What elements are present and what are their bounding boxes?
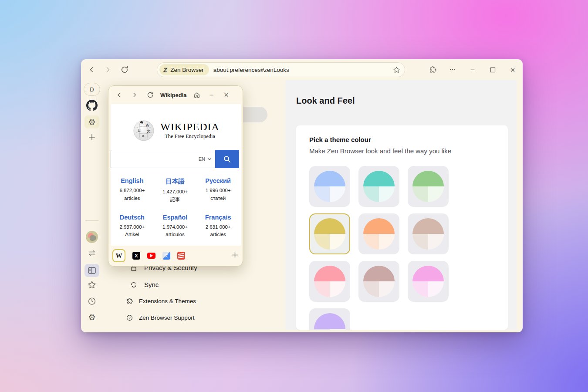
settings-button[interactable]: ⚙ (88, 313, 95, 321)
theme-swatch-teal[interactable] (358, 166, 399, 207)
wiki-language-link[interactable]: Español (154, 214, 197, 221)
glance-forward-button[interactable] (129, 89, 140, 101)
glance-back-button[interactable] (113, 89, 125, 101)
glance-add-tab-button[interactable] (231, 251, 239, 260)
menu-label: Extensions & Themes (139, 298, 196, 304)
wiki-language-link[interactable]: 日本語 (154, 177, 197, 186)
wiki-language-link[interactable]: English (111, 177, 154, 184)
settings-menu-item-support[interactable]: ? Zen Browser Support (125, 314, 195, 321)
svg-text:文: 文 (147, 129, 150, 133)
back-button[interactable] (85, 63, 98, 76)
glance-close-button[interactable]: × (221, 89, 232, 101)
glance-minimize-button[interactable]: − (206, 89, 217, 101)
zen-logo-icon: Z (163, 67, 168, 73)
theme-swatch-tan[interactable] (408, 213, 449, 254)
wiki-language-link[interactable]: Deutsch (111, 214, 154, 221)
wiki-language-cell: Русский1 996 000+статей (196, 177, 240, 204)
extensions-button[interactable] (426, 63, 439, 76)
chevron-down-icon (207, 158, 212, 161)
bookmarks-button[interactable] (88, 280, 96, 289)
wiki-language-count: 1,427,000+記事 (154, 188, 197, 204)
puzzle-icon (429, 66, 436, 74)
reload-button[interactable] (118, 63, 131, 76)
clock-icon (88, 297, 96, 305)
tab-todoist[interactable] (177, 252, 185, 260)
maximize-icon (490, 67, 496, 73)
workspace-profile-button[interactable]: D (84, 83, 100, 96)
toggle-sidebar-button[interactable] (84, 264, 99, 277)
theme-pie-tan (412, 218, 444, 250)
help-icon: ? (125, 314, 133, 321)
toolbar-right-cluster: − × (426, 63, 519, 76)
history-button[interactable] (88, 297, 96, 305)
theme-pie-orange (363, 218, 395, 250)
url-bar[interactable]: Z Zen Browser about:preferences#zenLooks (157, 62, 405, 77)
theme-swatch-mauve[interactable] (358, 261, 399, 302)
tab-x[interactable]: X (132, 252, 140, 260)
tab-wikipedia-active[interactable]: W (112, 249, 125, 262)
glance-home-button[interactable] (191, 89, 203, 101)
new-tab-button[interactable] (88, 133, 96, 141)
reload-icon (147, 91, 154, 98)
site-identity-chip[interactable]: Z Zen Browser (159, 64, 209, 75)
maximize-button[interactable] (486, 63, 499, 76)
wiki-language-link[interactable]: Français (196, 214, 240, 221)
menu-label: Zen Browser Support (139, 314, 195, 321)
settings-menu-item-sync[interactable]: Sync (130, 281, 159, 288)
minimize-icon: − (470, 66, 475, 74)
wikipedia-search-button[interactable] (215, 150, 239, 168)
translate-icon: 文 (165, 253, 169, 259)
wikipedia-page: W Ω 文 и WIKIPEDIA The Free Encyclopedia … (111, 104, 241, 246)
wikipedia-globe-icon: W Ω 文 и (132, 119, 155, 142)
glance-tabstrip: W X 文 (108, 245, 243, 266)
theme-swatch-green[interactable] (408, 166, 449, 207)
bookmark-star-button[interactable] (393, 66, 400, 74)
svg-text:W: W (145, 123, 150, 128)
minimize-button[interactable]: − (466, 63, 479, 76)
x-logo-icon: X (135, 253, 138, 258)
workspace-switch-button[interactable] (88, 249, 96, 257)
settings-search-field[interactable] (243, 107, 267, 122)
close-button[interactable]: × (506, 63, 519, 76)
settings-menu-item-extensions[interactable]: Extensions & Themes (125, 298, 196, 304)
glance-window: Wikipedia − × W Ω 文 (108, 85, 243, 267)
account-avatar[interactable] (86, 231, 98, 243)
wiki-language-cell: Deutsch2.937.000+Artikel (111, 214, 154, 239)
app-menu-button[interactable] (446, 63, 459, 76)
rail-divider (85, 220, 98, 221)
wiki-language-count: 1 996 000+статей (196, 187, 240, 203)
theme-card: Pick a theme colour Make Zen Browser loo… (296, 125, 508, 330)
theme-pie-purple (314, 313, 345, 330)
todoist-icon-line3 (178, 257, 184, 258)
pinned-tab-settings-active[interactable]: ⚙ (84, 115, 99, 128)
tab-youtube[interactable] (147, 253, 155, 259)
youtube-play-icon (150, 254, 153, 257)
url-text[interactable]: about:preferences#zenLooks (213, 67, 393, 73)
glance-reload-button[interactable] (145, 89, 156, 101)
pinned-tab-github[interactable] (86, 100, 98, 111)
tab-translate[interactable]: 文 (162, 252, 170, 260)
forward-button[interactable] (101, 63, 115, 76)
wikipedia-wordmark: WIKIPEDIA (160, 121, 220, 133)
sync-icon (130, 281, 138, 288)
wiki-language-count: 1.974.000+artículos (154, 223, 197, 239)
back-icon (116, 92, 122, 98)
theme-swatch-gold[interactable] (309, 213, 350, 254)
main-content: Privacy & Security Sync Extensions & The… (103, 80, 523, 332)
theme-swatch-orange[interactable] (358, 213, 399, 254)
theme-swatch-magenta[interactable] (408, 261, 449, 302)
search-icon (223, 155, 231, 163)
theme-swatch-purple[interactable] (309, 308, 350, 330)
gear-icon: ⚙ (88, 313, 95, 321)
wikipedia-language-selector[interactable]: EN (199, 156, 212, 162)
theme-swatch-blue[interactable] (309, 166, 350, 207)
wikipedia-search-input[interactable]: EN (111, 150, 215, 168)
home-icon (193, 91, 200, 98)
theme-pie-teal (363, 171, 395, 202)
plus-icon (88, 133, 96, 141)
theme-swatch-pink[interactable] (309, 261, 350, 302)
avatar-art2 (90, 235, 96, 241)
gear-icon: ⚙ (88, 118, 95, 126)
wiki-language-link[interactable]: Русский (196, 177, 240, 184)
wiki-language-count: 2.937.000+Artikel (111, 223, 154, 239)
